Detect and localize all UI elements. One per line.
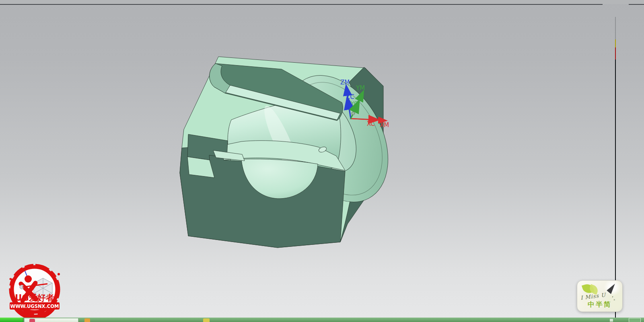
3d-viewport-canvas[interactable]: ZM YM ZC YC XC XM (0, 0, 644, 322)
logo-url-text: WWW.UGSNX.COM (10, 304, 59, 309)
axis-label-xm: XM (380, 121, 389, 129)
nx-cad-screen: { "viewport": { "background_top": "#b0b2… (0, 0, 644, 322)
axis-label-xc: XC (367, 120, 375, 127)
axis-label-ym: YM (356, 84, 365, 92)
logo-title-text: UG爱好者 (15, 293, 54, 303)
task-app-icon (29, 319, 35, 322)
panel-divider-red (615, 47, 616, 59)
ime-mode-label[interactable]: 中半简 (577, 300, 622, 309)
taskbar-icon-1[interactable] (84, 318, 90, 322)
wcs-origin-ball[interactable] (352, 112, 355, 115)
axis-label-zm: ZM (340, 79, 350, 86)
axis-label-zc: ZC (346, 93, 354, 100)
axis-label-yc: YC (350, 100, 358, 107)
logo-stamp: UG爱好者 WWW.UGSNX.COM (10, 265, 60, 317)
window-top-bar (0, 0, 644, 4)
taskbar-icon-2[interactable] (203, 318, 210, 322)
active-task-button[interactable] (24, 318, 78, 322)
mold-block-model[interactable] (180, 57, 409, 248)
toolbar-separator-line (0, 4, 603, 5)
panel-divider-yellow (615, 39, 616, 47)
panel-divider-gray[interactable] (615, 17, 616, 39)
panel-divider-black (615, 59, 616, 318)
ugsnx-watermark-logo: UG爱好者 WWW.UGSNX.COM (2, 260, 73, 321)
taskbar (0, 318, 644, 322)
ime-status-widget[interactable]: I Miss U ’。 中半简 (577, 280, 623, 312)
start-button[interactable] (0, 318, 23, 322)
show-desktop-button[interactable] (629, 318, 641, 322)
toolbar-separator-line-right (629, 4, 644, 5)
tray-text-fragment (610, 319, 613, 322)
